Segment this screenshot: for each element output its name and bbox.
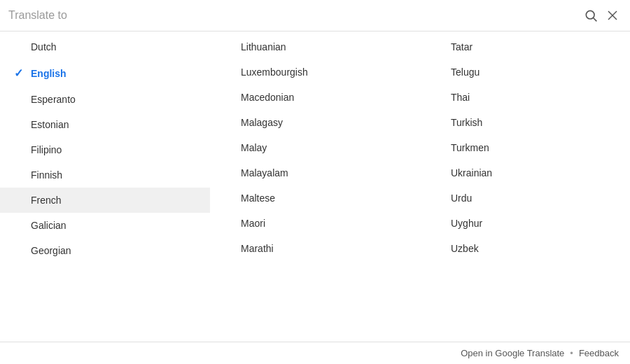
language-label: Ukrainian bbox=[451, 167, 492, 178]
language-item-uzbek[interactable]: Uzbek bbox=[420, 236, 630, 261]
language-column-2: LithuanianLuxembourgishMacedonianMalagas… bbox=[210, 34, 420, 339]
language-item-galician[interactable]: Galician bbox=[0, 213, 210, 238]
language-label: Luxembourgish bbox=[241, 66, 308, 78]
language-item-french[interactable]: French bbox=[0, 188, 210, 213]
language-label: Telugu bbox=[451, 66, 479, 78]
language-label: English bbox=[31, 68, 66, 79]
search-button[interactable] bbox=[581, 6, 601, 25]
search-icon bbox=[584, 8, 598, 22]
checkmark-icon: ✓ bbox=[14, 66, 25, 80]
language-column-1: Dutch✓EnglishEsperantoEstonianFilipinoFi… bbox=[0, 34, 210, 339]
language-item-telugu[interactable]: Telugu bbox=[420, 59, 630, 85]
language-item-malay[interactable]: Malay bbox=[210, 135, 420, 160]
language-label: Galician bbox=[31, 220, 66, 231]
footer-separator: • bbox=[570, 348, 573, 358]
language-label: Malay bbox=[241, 142, 267, 153]
language-item-ukrainian[interactable]: Ukrainian bbox=[420, 160, 630, 186]
language-label: Estonian bbox=[31, 119, 69, 130]
svg-point-0 bbox=[586, 10, 594, 19]
language-item-maori[interactable]: Maori bbox=[210, 211, 420, 236]
language-label: Turkish bbox=[451, 117, 482, 128]
language-item-uyghur[interactable]: Uyghur bbox=[420, 211, 630, 236]
language-label: Uzbek bbox=[451, 243, 479, 254]
language-label: Filipino bbox=[31, 144, 62, 155]
search-bar bbox=[0, 0, 630, 31]
language-label: Marathi bbox=[241, 243, 274, 254]
language-item-luxembourgish[interactable]: Luxembourgish bbox=[210, 59, 420, 85]
language-label: Malagasy bbox=[241, 117, 283, 128]
language-label: Turkmen bbox=[451, 142, 489, 153]
language-label: Lithuanian bbox=[241, 41, 286, 52]
language-item-finnish[interactable]: Finnish bbox=[0, 162, 210, 188]
language-item-urdu[interactable]: Urdu bbox=[420, 186, 630, 211]
language-item-english[interactable]: ✓English bbox=[0, 59, 210, 87]
language-item-malayalam[interactable]: Malayalam bbox=[210, 160, 420, 186]
language-label: Esperanto bbox=[31, 94, 76, 105]
language-item-estonian[interactable]: Estonian bbox=[0, 112, 210, 137]
language-item-turkish[interactable]: Turkish bbox=[420, 110, 630, 135]
language-item-maltese[interactable]: Maltese bbox=[210, 186, 420, 211]
language-label: Georgian bbox=[31, 245, 71, 256]
language-item-lithuanian[interactable]: Lithuanian bbox=[210, 34, 420, 59]
language-label: Tatar bbox=[451, 41, 472, 52]
language-list-container: Dutch✓EnglishEsperantoEstonianFilipinoFi… bbox=[0, 31, 630, 342]
language-item-tatar[interactable]: Tatar bbox=[420, 34, 630, 59]
language-label: Thai bbox=[451, 92, 470, 103]
language-label: Uyghur bbox=[451, 218, 482, 229]
language-item-dutch[interactable]: Dutch bbox=[0, 34, 210, 59]
footer: Open in Google Translate • Feedback bbox=[0, 342, 630, 364]
language-item-macedonian[interactable]: Macedonian bbox=[210, 85, 420, 110]
language-item-esperanto[interactable]: Esperanto bbox=[0, 87, 210, 112]
language-column-3: TatarTeluguThaiTurkishTurkmenUkrainianUr… bbox=[420, 34, 630, 339]
close-button[interactable] bbox=[603, 6, 622, 24]
language-item-filipino[interactable]: Filipino bbox=[0, 137, 210, 162]
language-label: Maltese bbox=[241, 192, 275, 204]
language-label: French bbox=[31, 195, 62, 206]
language-label: Macedonian bbox=[241, 92, 294, 103]
language-label: Dutch bbox=[31, 41, 57, 52]
language-label: Maori bbox=[241, 218, 265, 229]
language-columns: Dutch✓EnglishEsperantoEstonianFilipinoFi… bbox=[0, 31, 630, 342]
language-item-marathi[interactable]: Marathi bbox=[210, 236, 420, 261]
svg-line-1 bbox=[594, 18, 597, 22]
language-item-turkmen[interactable]: Turkmen bbox=[420, 135, 630, 160]
close-icon bbox=[606, 9, 619, 22]
open-in-google-translate-link[interactable]: Open in Google Translate bbox=[461, 348, 564, 358]
language-label: Malayalam bbox=[241, 167, 288, 178]
feedback-link[interactable]: Feedback bbox=[579, 348, 619, 358]
language-item-georgian[interactable]: Georgian bbox=[0, 238, 210, 263]
search-input[interactable] bbox=[8, 9, 581, 22]
language-item-malagasy[interactable]: Malagasy bbox=[210, 110, 420, 135]
language-label: Urdu bbox=[451, 192, 472, 204]
language-item-thai[interactable]: Thai bbox=[420, 85, 630, 110]
language-label: Finnish bbox=[31, 169, 62, 181]
